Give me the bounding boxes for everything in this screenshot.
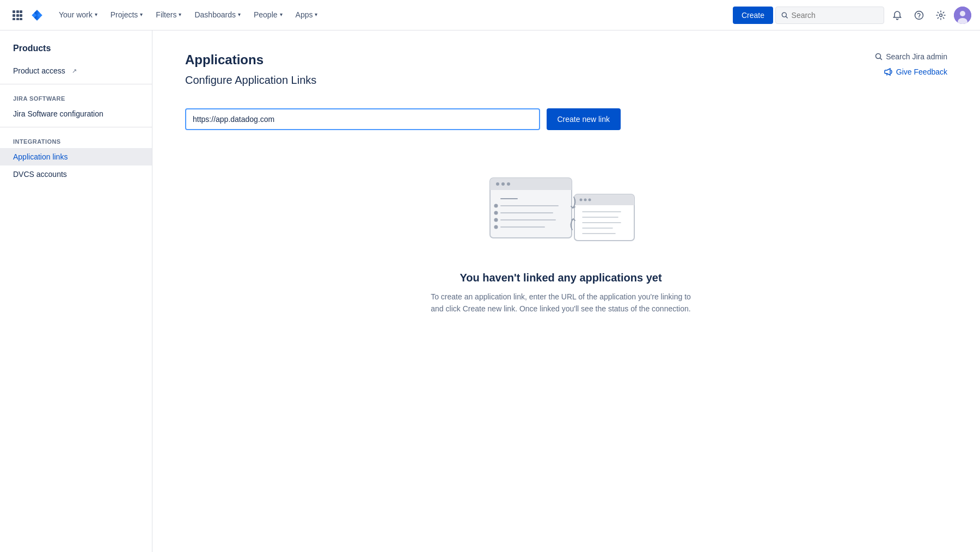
svg-rect-8 (20, 18, 22, 20)
main-nav: Your work ▾ Projects ▾ Filters ▾ Dashboa… (52, 0, 726, 30)
sidebar-section-jira-software: Jira Software (0, 89, 152, 105)
sidebar-section-integrations: Integrations (0, 132, 152, 148)
app-body: Products Product access ↗ Jira Software … (0, 30, 980, 552)
svg-point-28 (494, 204, 498, 208)
search-icon (781, 11, 788, 19)
empty-state-illustration (474, 167, 648, 256)
nav-people[interactable]: People ▾ (247, 0, 289, 30)
nav-filters[interactable]: Filters ▾ (149, 0, 188, 30)
search-jira-admin-link[interactable]: Search Jira admin (875, 52, 947, 61)
chevron-down-icon: ▾ (315, 11, 317, 17)
external-link-icon: ↗ (72, 68, 77, 75)
svg-rect-7 (16, 18, 19, 20)
svg-rect-6 (13, 18, 15, 20)
topnav-right-area (775, 7, 971, 24)
url-input[interactable] (185, 108, 540, 130)
svg-point-30 (494, 218, 498, 222)
nav-your-work[interactable]: Your work ▾ (52, 0, 104, 30)
svg-rect-1 (16, 10, 19, 13)
chevron-down-icon: ▾ (280, 11, 283, 17)
page-title: Applications (185, 52, 936, 68)
svg-rect-3 (13, 14, 15, 17)
sidebar-item-jira-software-config[interactable]: Jira Software configuration (0, 105, 152, 122)
svg-rect-4 (16, 14, 19, 17)
sidebar-divider-1 (0, 84, 152, 84)
sidebar-item-application-links[interactable]: Application links (0, 148, 152, 165)
megaphone-icon (884, 68, 893, 76)
linked-apps-illustration (474, 167, 648, 254)
top-right-links: Search Jira admin Give Feedback (875, 52, 947, 76)
svg-point-12 (940, 14, 942, 16)
svg-point-11 (918, 17, 920, 18)
notifications-icon[interactable] (889, 7, 906, 24)
svg-rect-2 (20, 10, 22, 13)
main-content: Search Jira admin Give Feedback Applicat… (152, 30, 980, 552)
svg-point-37 (589, 199, 591, 201)
sidebar-divider-2 (0, 127, 152, 127)
user-avatar[interactable] (954, 7, 971, 24)
svg-point-22 (507, 182, 510, 186)
chevron-down-icon: ▾ (238, 11, 241, 17)
page-subtitle: Configure Application Links (185, 74, 936, 87)
search-bar[interactable] (775, 7, 884, 24)
nav-projects[interactable]: Projects ▾ (104, 0, 150, 30)
chevron-down-icon: ▾ (95, 11, 97, 17)
empty-state: You haven't linked any applications yet … (185, 156, 936, 337)
svg-point-20 (496, 182, 499, 186)
svg-rect-5 (20, 14, 22, 17)
empty-state-title: You haven't linked any applications yet (460, 272, 661, 284)
svg-point-14 (960, 11, 965, 16)
svg-point-21 (501, 182, 505, 186)
give-feedback-link[interactable]: Give Feedback (884, 68, 947, 76)
sidebar-item-product-access[interactable]: Product access ↗ (0, 62, 152, 79)
create-button[interactable]: Create (733, 7, 773, 24)
url-input-row: Create new link (185, 108, 621, 130)
search-input[interactable] (792, 11, 878, 20)
nav-apps[interactable]: Apps ▾ (289, 0, 324, 30)
nav-dashboards[interactable]: Dashboards ▾ (188, 0, 247, 30)
svg-rect-0 (13, 10, 15, 13)
help-icon[interactable] (910, 7, 928, 24)
svg-point-29 (494, 211, 498, 215)
chevron-down-icon: ▾ (140, 11, 143, 17)
svg-point-31 (494, 225, 498, 229)
create-new-link-button[interactable]: Create new link (547, 108, 621, 130)
sidebar-item-dvcs-accounts[interactable]: DVCS accounts (0, 165, 152, 183)
topnav: Your work ▾ Projects ▾ Filters ▾ Dashboa… (0, 0, 980, 30)
sidebar-products-title: Products (0, 44, 152, 62)
empty-state-description: To create an application link, enter the… (430, 291, 691, 315)
chevron-down-icon: ▾ (179, 11, 181, 17)
svg-rect-34 (574, 199, 634, 205)
svg-point-35 (580, 199, 583, 201)
svg-point-36 (584, 199, 587, 201)
jira-logo[interactable] (28, 7, 46, 24)
grid-menu-icon[interactable] (9, 7, 26, 24)
settings-icon[interactable] (932, 7, 950, 24)
search-icon (875, 53, 883, 60)
sidebar: Products Product access ↗ Jira Software … (0, 30, 152, 552)
